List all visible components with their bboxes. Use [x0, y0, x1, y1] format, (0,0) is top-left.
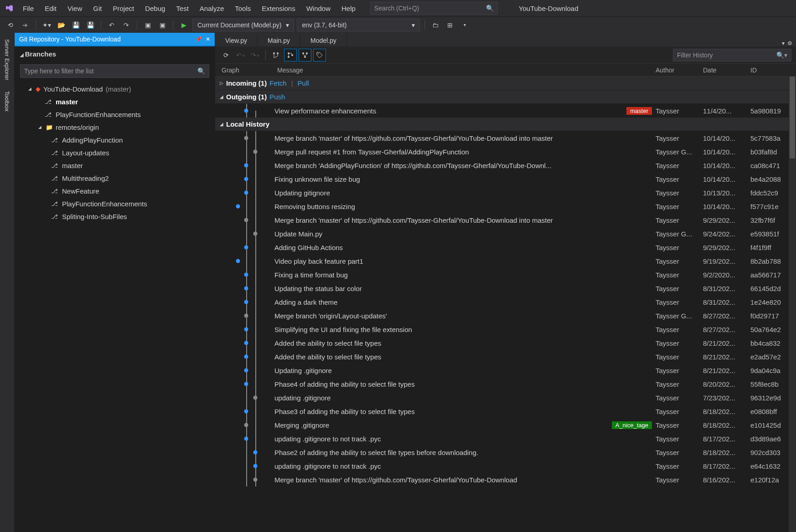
- commit-row[interactable]: Added the ability to select file typesTa…: [215, 350, 796, 363]
- commit-row[interactable]: Added the ability to select file typesTa…: [215, 336, 796, 350]
- commit-row[interactable]: Merge pull request #1 from Taysser-Gherf…: [215, 145, 796, 159]
- solution-name-button[interactable]: YouTube-Download: [512, 3, 585, 14]
- outgoing-section[interactable]: ◢ Outgoing (1) Push: [215, 90, 796, 104]
- commit-row[interactable]: Merge branch 'master' of https://github.…: [215, 473, 796, 486]
- commit-row[interactable]: Phase4 of adding the ability to select f…: [215, 377, 796, 391]
- scrollbar[interactable]: [789, 77, 796, 532]
- rail-tab-toolbox[interactable]: Toolbox: [2, 87, 12, 116]
- push-link[interactable]: Push: [269, 93, 285, 101]
- menu-edit[interactable]: Edit: [39, 3, 62, 14]
- commit-row[interactable]: Adding a dark themeTaysser8/31/202...1e2…: [215, 295, 796, 309]
- col-graph[interactable]: Graph: [218, 66, 277, 74]
- commit-row[interactable]: Merge branch 'master' of https://github.…: [215, 131, 796, 145]
- window-button-2[interactable]: ▣: [156, 19, 168, 31]
- save-all-button[interactable]: 💾: [84, 19, 96, 31]
- menu-help[interactable]: Help: [336, 3, 361, 14]
- commit-row[interactable]: Merge branch 'origin/Layout-updates'Tays…: [215, 309, 796, 322]
- overflow-button[interactable]: ▾: [459, 19, 470, 31]
- doc-tab-model-py[interactable]: Model.py: [300, 35, 347, 46]
- startup-item-dropdown[interactable]: Current Document (Model.py)▾: [192, 19, 294, 31]
- remote-branch-playfunctionenhancements[interactable]: ⎇PlayFunctionEnhancements: [15, 197, 215, 210]
- commit-row[interactable]: updating .gitignore to not track .pycTay…: [215, 459, 796, 473]
- local-history-section[interactable]: ◢ Local History: [215, 118, 796, 131]
- menu-git[interactable]: Git: [88, 3, 107, 14]
- branches-header[interactable]: Branches: [15, 46, 215, 61]
- commit-row[interactable]: Video play back feature part1Taysser9/19…: [215, 254, 796, 268]
- refresh-button[interactable]: ⟳: [220, 49, 233, 61]
- remote-branch-newfeature[interactable]: ⎇NewFeature: [15, 184, 215, 197]
- fetch-link[interactable]: Fetch: [269, 79, 287, 87]
- commit-message: Phase3 of adding the ability to select f…: [274, 408, 415, 415]
- commit-row[interactable]: Update Main.pyTaysser G...9/24/202...e59…: [215, 227, 796, 240]
- menu-tools[interactable]: Tools: [229, 3, 256, 14]
- repo-node[interactable]: ◢ ◆ YouTube-Download (master): [15, 82, 215, 95]
- commit-row[interactable]: Merging .gitignoreA_nice_tageTaysser8/18…: [215, 418, 796, 432]
- commit-author: Taysser: [656, 476, 703, 484]
- menu-debug[interactable]: Debug: [140, 3, 171, 14]
- quick-search-input[interactable]: Search (Ctrl+Q) 🔍: [370, 2, 498, 15]
- doc-tab-view-py[interactable]: View.py: [215, 35, 258, 46]
- commit-row[interactable]: updating .gitignoreTaysser7/23/202...963…: [215, 391, 796, 404]
- toolbox-button[interactable]: 🗀: [429, 19, 441, 31]
- commit-row[interactable]: Removing buttons resizingTaysser10/14/20…: [215, 200, 796, 213]
- rail-tab-server-explorer[interactable]: Server Explorer: [2, 35, 12, 85]
- col-id[interactable]: ID: [750, 66, 796, 74]
- window-button-1[interactable]: ▣: [142, 19, 154, 31]
- menu-extensions[interactable]: Extensions: [256, 3, 300, 14]
- commit-message: Merge branch 'master' of https://github.…: [274, 134, 553, 142]
- commit-row[interactable]: Merge branch 'master' of https://github.…: [215, 213, 796, 227]
- new-item-button[interactable]: ✦▾: [41, 19, 52, 31]
- commit-row[interactable]: updating .gitignore to not track .pycTay…: [215, 432, 796, 445]
- redo-button[interactable]: ↷: [120, 19, 132, 31]
- nav-back-button[interactable]: ⟲: [5, 19, 16, 31]
- commit-row[interactable]: Fixing unknown file size bugTaysser10/14…: [215, 172, 796, 186]
- col-author[interactable]: Author: [656, 66, 703, 74]
- commit-row[interactable]: Adding GitHub ActionsTaysser9/29/202...f…: [215, 240, 796, 254]
- open-file-button[interactable]: 📂: [55, 19, 67, 31]
- col-date[interactable]: Date: [703, 66, 750, 74]
- local-branch-playfunctionenhancements[interactable]: ⎇PlayFunctionEnhancements: [15, 108, 215, 121]
- local-branch-master[interactable]: ⎇master: [15, 95, 215, 108]
- menu-project[interactable]: Project: [107, 3, 140, 14]
- col-message[interactable]: Message: [277, 66, 656, 74]
- menu-analyze[interactable]: Analyze: [194, 3, 229, 14]
- commit-row[interactable]: Phase2 of adding the ability to select f…: [215, 445, 796, 459]
- commit-row[interactable]: Updating .gitignoreTaysser8/21/202...9da…: [215, 363, 796, 377]
- settings-icon[interactable]: ⚙: [787, 40, 792, 46]
- commit-row[interactable]: Phase3 of adding the ability to select f…: [215, 404, 796, 418]
- incoming-section[interactable]: ▷ Incoming (1) Fetch | Pull: [215, 77, 796, 90]
- menu-window[interactable]: Window: [301, 3, 336, 14]
- undo-button[interactable]: ↶: [106, 19, 118, 31]
- filter-history-input[interactable]: Filter History 🔍▾: [673, 49, 791, 61]
- remote-branch-master[interactable]: ⎇master: [15, 159, 215, 172]
- commit-row[interactable]: Simplifying the UI and fixing the file e…: [215, 322, 796, 336]
- menu-file[interactable]: File: [17, 3, 39, 14]
- show-remote-button[interactable]: [299, 49, 311, 61]
- remote-branch-layout-updates[interactable]: ⎇Layout-updates: [15, 146, 215, 159]
- show-local-button[interactable]: [284, 49, 297, 61]
- pin-icon[interactable]: 📌: [195, 36, 202, 42]
- menu-test[interactable]: Test: [171, 3, 194, 14]
- python-env-dropdown[interactable]: env (3.7, 64-bit)▾: [297, 19, 420, 31]
- branch-filter-input[interactable]: Type here to filter the list 🔍: [20, 64, 209, 78]
- outgoing-commit-row[interactable]: View performance enhancements master Tay…: [215, 104, 796, 118]
- commit-row[interactable]: Updating the status bar colorTaysser8/31…: [215, 281, 796, 295]
- pull-link[interactable]: Pull: [298, 79, 309, 87]
- commit-row[interactable]: Updating gitignoreTaysser10/13/20...fddc…: [215, 186, 796, 200]
- remotes-folder[interactable]: ◢ 📁 remotes/origin: [15, 121, 215, 133]
- graph-toggle-button[interactable]: [269, 49, 282, 61]
- layout-button[interactable]: ⊞: [444, 19, 456, 31]
- remote-branch-multithreading2[interactable]: ⎇Multithreading2: [15, 172, 215, 184]
- commit-node-icon: [253, 232, 258, 236]
- save-button[interactable]: 💾: [70, 19, 82, 31]
- remote-branch-spliting-into-subfiles[interactable]: ⎇Spliting-Into-SubFiles: [15, 210, 215, 223]
- menu-view[interactable]: View: [62, 3, 88, 14]
- remote-branch-addingplayfunction[interactable]: ⎇AddingPlayFunction: [15, 133, 215, 146]
- doc-tab-main-py[interactable]: Main.py: [258, 35, 300, 46]
- commit-message: Adding GitHub Actions: [274, 244, 343, 251]
- show-tags-button[interactable]: [313, 49, 326, 61]
- tabs-dropdown-icon[interactable]: ▾: [782, 40, 785, 46]
- close-icon[interactable]: ✕: [206, 36, 210, 42]
- commit-row[interactable]: Merge branch 'AddingPlayFunction' of htt…: [215, 159, 796, 172]
- commit-row[interactable]: Fixing a time format bugTaysser9/2/2020.…: [215, 268, 796, 281]
